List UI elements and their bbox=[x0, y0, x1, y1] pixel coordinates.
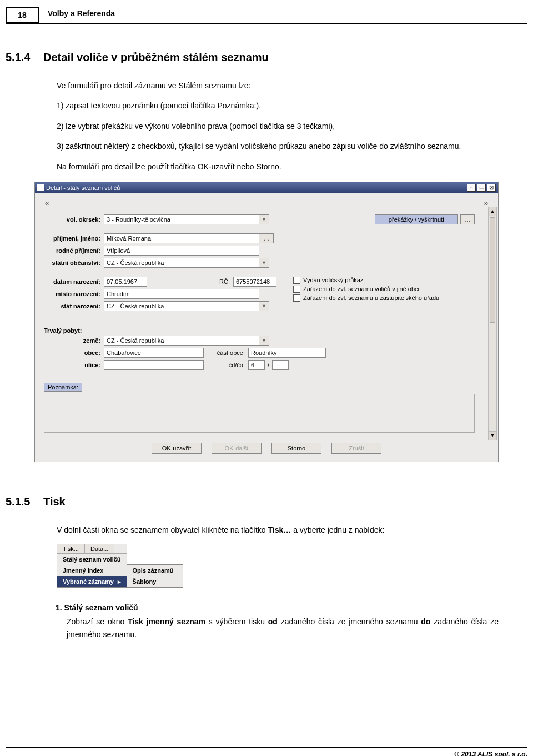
field-zeme[interactable]: CZ - Česká republika bbox=[104, 336, 259, 346]
label-rc: RČ: bbox=[219, 278, 233, 285]
s514-outro: Na formuláři pro detail lze použít tlačí… bbox=[57, 161, 499, 173]
poznamka-field[interactable] bbox=[44, 394, 475, 433]
next-record-icon[interactable]: » bbox=[484, 199, 488, 207]
section-514-heading: 5.1.4 Detail voliče v průběžném stálém s… bbox=[6, 51, 499, 64]
page-title: Volby a Referenda bbox=[48, 7, 115, 18]
maximize-button[interactable]: ▭ bbox=[477, 184, 486, 192]
titlebar: Detail - stálý seznam voličů ▫ ▭ ⊠ bbox=[35, 182, 498, 193]
prev-record-icon[interactable]: « bbox=[45, 199, 49, 207]
label-datum-nar: datum narození: bbox=[44, 278, 104, 285]
page-number: 18 bbox=[18, 11, 27, 19]
ok-uzavrit-button[interactable]: OK-uzavřít bbox=[152, 443, 202, 454]
page-header: 18 Volby a Referenda bbox=[6, 7, 527, 24]
storno-button[interactable]: Storno bbox=[271, 443, 321, 454]
field-cast-obce[interactable]: Roudníky bbox=[248, 348, 326, 358]
label-vol-okrsek: vol. okrsek: bbox=[44, 216, 104, 223]
s514-item-3: 3) zaškrtnout některý z checkboxů, týkaj… bbox=[57, 140, 499, 152]
label-rodne-prijmeni: rodné příjmení: bbox=[44, 247, 104, 254]
field-co[interactable] bbox=[272, 360, 289, 370]
checkbox-zarazeni-obce[interactable] bbox=[293, 286, 300, 293]
dropdown-icon[interactable]: ▼ bbox=[259, 214, 269, 224]
label-zeme: země: bbox=[44, 337, 104, 344]
label-cd-co: čd/čo: bbox=[204, 362, 248, 368]
section-515-num: 5.1.5 bbox=[6, 495, 30, 508]
checkbox-zarazeni-urad[interactable] bbox=[293, 294, 300, 302]
s515-intro: V dolní části okna se seznamem obyvatel … bbox=[57, 524, 499, 536]
scroll-up-icon[interactable]: ▲ bbox=[489, 207, 496, 216]
field-datum-nar[interactable]: 07.05.1967 bbox=[104, 277, 147, 287]
dots-button[interactable]: ... bbox=[460, 214, 475, 224]
field-vol-okrsek[interactable]: 3 - Roudníky-tělocvična bbox=[104, 214, 259, 224]
tab-tisk[interactable]: Tisk... bbox=[57, 544, 85, 553]
field-obcanstvi[interactable]: CZ - Česká republika bbox=[104, 258, 259, 268]
label-misto-nar: místo narození: bbox=[44, 291, 104, 297]
label-chk-zarazeni-urad: Zařazení do zvl. seznamu u zastupitelské… bbox=[303, 294, 439, 301]
label-trvaly-pobyt: Trvalý pobyt: bbox=[44, 327, 489, 334]
label-obcanstvi: státní občanství: bbox=[44, 259, 104, 266]
section-515-title: Tisk bbox=[43, 495, 66, 508]
scrollbar[interactable]: ▲ ▼ bbox=[488, 207, 497, 440]
label-stat-nar: stát narození: bbox=[44, 303, 104, 309]
poznamka-button[interactable]: Poznámka: bbox=[44, 383, 82, 392]
footer-copyright: © 2013 ALIS spol. s r.o. bbox=[454, 750, 527, 756]
window-icon bbox=[37, 184, 44, 191]
label-obec: obec: bbox=[44, 349, 104, 356]
field-misto-nar[interactable]: Chrudim bbox=[104, 289, 259, 299]
scroll-thumb[interactable] bbox=[490, 217, 495, 323]
tab-data[interactable]: Data... bbox=[85, 544, 114, 553]
menu-item-staly-seznam[interactable]: Stálý seznam voličů bbox=[57, 554, 127, 565]
checkbox-prukaz[interactable] bbox=[293, 277, 300, 284]
scroll-down-icon[interactable]: ▼ bbox=[489, 431, 496, 440]
app-window: Detail - stálý seznam voličů ▫ ▭ ⊠ ▲ ▼ «… bbox=[34, 182, 499, 462]
s515-li1-head: 1. Stálý seznam voličů bbox=[56, 603, 499, 612]
label-chk-zarazeni-obce: Zařazení do zvl. seznamu voličů v jiné o… bbox=[303, 286, 419, 292]
dropdown-icon[interactable]: ▼ bbox=[259, 336, 269, 346]
s514-item-2: 2) lze vybrat překážku ve výkonu volební… bbox=[57, 120, 499, 132]
menu-item-jmenny-index[interactable]: Jmenný index bbox=[57, 565, 127, 576]
dropdown-icon[interactable]: ▼ bbox=[259, 258, 269, 268]
chevron-right-icon: ▸ bbox=[118, 578, 121, 585]
field-obec[interactable]: Chabařovice bbox=[104, 348, 204, 358]
menu-item-vybrane-zaznamy[interactable]: Vybrané záznamy ▸ bbox=[57, 576, 127, 587]
label-chk-prukaz: Vydán voličský průkaz bbox=[303, 277, 363, 283]
label-ulice: ulice: bbox=[44, 362, 104, 368]
section-515-heading: 5.1.5 Tisk bbox=[6, 495, 499, 508]
zrusit-button: Zrušit bbox=[331, 443, 381, 454]
print-menu: Tisk... Data... Stálý seznam voličů Jmen… bbox=[57, 544, 499, 588]
close-button[interactable]: ⊠ bbox=[487, 184, 496, 192]
label-cast-obce: část obce: bbox=[204, 349, 248, 356]
submenu-opis-zaznamu[interactable]: Opis záznamů bbox=[127, 565, 183, 576]
name-lookup-button[interactable]: … bbox=[259, 233, 274, 243]
s515-li1-body: Zobrazí se okno Tisk jmenný seznam s výb… bbox=[67, 615, 499, 640]
section-514-title: Detail voliče v průběžném stálém seznamu bbox=[43, 51, 269, 63]
dropdown-icon[interactable]: ▼ bbox=[259, 301, 269, 311]
label-prijmeni-jmeno: příjmení, jméno: bbox=[44, 235, 104, 242]
s514-intro: Ve formuláři pro detail záznamu ve Stálé… bbox=[57, 79, 499, 92]
section-514-num: 5.1.4 bbox=[6, 51, 30, 63]
field-rodne-prijmeni[interactable]: Vtípilová bbox=[104, 246, 259, 256]
field-stat-nar[interactable]: CZ - Česká republika bbox=[104, 301, 259, 311]
field-rc[interactable]: 6755072148 bbox=[233, 277, 276, 287]
minimize-button[interactable]: ▫ bbox=[467, 184, 476, 192]
window-title: Detail - stálý seznam voličů bbox=[46, 184, 120, 191]
page-number-box: 18 bbox=[6, 7, 39, 23]
field-ulice[interactable] bbox=[104, 360, 204, 370]
field-cd[interactable]: 6 bbox=[248, 360, 265, 370]
field-prijmeni-jmeno[interactable]: Míková Romana bbox=[104, 233, 259, 243]
submenu-sablony[interactable]: Šablony bbox=[127, 576, 183, 587]
ok-dalsi-button: OK-další bbox=[212, 443, 262, 454]
s514-item-1: 1) zapsat textovou poznámku (pomocí tlač… bbox=[57, 99, 499, 112]
page-footer: © 2013 ALIS spol. s r.o. bbox=[6, 747, 527, 756]
prekazky-button[interactable]: překážky / vyškrtnutí bbox=[375, 214, 458, 224]
